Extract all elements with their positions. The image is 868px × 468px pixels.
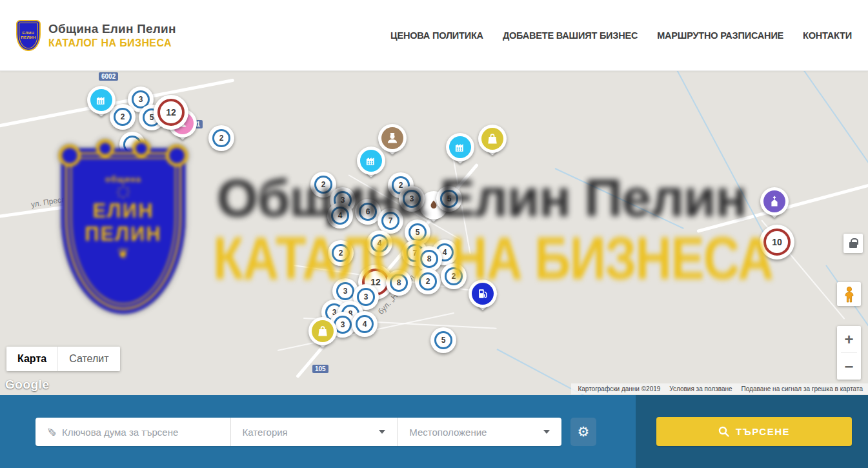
- google-logo[interactable]: Google: [5, 378, 49, 392]
- search-button[interactable]: ТЪРСЕНЕ: [656, 417, 852, 446]
- factory-icon: [90, 89, 112, 111]
- bag-icon: [481, 128, 503, 150]
- map-cluster-marker[interactable]: 4: [367, 230, 392, 256]
- map-pin-bag[interactable]: [308, 317, 337, 345]
- map-cluster-marker[interactable]: 8: [386, 270, 412, 296]
- map-pin-factory[interactable]: [87, 86, 116, 114]
- gear-icon: ⚙: [578, 424, 590, 440]
- map-cluster-marker[interactable]: 6: [355, 199, 381, 225]
- lock-icon: [849, 242, 857, 248]
- map-cluster-marker[interactable]: 12: [154, 95, 188, 130]
- bag-icon: [312, 320, 334, 342]
- map-pin-fuel[interactable]: [469, 280, 497, 308]
- map-cluster-marker[interactable]: 4: [352, 311, 378, 337]
- map-type-control: Карта Сателит: [6, 347, 120, 371]
- water-line: [800, 71, 868, 171]
- map-cluster-marker[interactable]: 4: [327, 203, 353, 229]
- chevron-down-icon: [543, 430, 550, 434]
- zoom-in-button[interactable]: +: [837, 326, 861, 352]
- site-title: Община Елин Пелин: [48, 22, 176, 36]
- road-line: [0, 192, 163, 219]
- watermark-title: Община Елин Пелин: [217, 168, 747, 229]
- attribution-link[interactable]: Подаване на сигнал за грешка в картата: [742, 385, 863, 392]
- map-cluster-marker[interactable]: 2: [328, 240, 354, 266]
- streetview-lock-button[interactable]: [843, 234, 863, 253]
- zoom-control: + −: [837, 326, 861, 380]
- map-type-map-button[interactable]: Карта: [6, 347, 57, 371]
- map-cluster-marker[interactable]: 2: [415, 269, 441, 294]
- worker-icon: [381, 127, 403, 149]
- factory-icon: [360, 150, 382, 172]
- search-section: ✎ Категория Местоположение ⚙ ТЪРСЕНЕ: [0, 395, 868, 468]
- site-logo[interactable]: ЕЛИН ПЕЛИН Община Елин Пелин КАТАЛОГ НА …: [0, 20, 176, 51]
- map-cluster-marker[interactable]: 2: [441, 263, 467, 289]
- zoom-out-button[interactable]: −: [837, 353, 861, 380]
- map-cluster-marker[interactable]: 8: [416, 246, 442, 272]
- road-number-badge: 105: [312, 365, 328, 373]
- nav-item[interactable]: КОНТАКТИ: [803, 30, 852, 41]
- category-select[interactable]: Категория: [231, 418, 398, 446]
- site-subtitle: КАТАЛОГ НА БИЗНЕСА: [48, 37, 176, 49]
- factory-icon: [449, 136, 471, 158]
- municipality-crest-icon: ЕЛИН ПЕЛИН: [16, 20, 41, 51]
- water-line: [674, 71, 766, 236]
- attribution-link[interactable]: Условия за ползване: [669, 385, 732, 392]
- map-cluster-marker[interactable]: 5: [430, 327, 456, 353]
- water-line: [555, 168, 684, 229]
- search-group: ✎ Категория Местоположение: [35, 418, 561, 446]
- map-canvas[interactable]: 3251222233564754274812822333834510 60028…: [0, 71, 868, 395]
- church-icon: [763, 190, 785, 212]
- map-cluster-marker[interactable]: 3: [399, 186, 425, 212]
- map-pin-bag[interactable]: [478, 125, 507, 153]
- nav-item[interactable]: ДОБАВЕТЕ ВАШИЯТ БИЗНЕС: [503, 30, 638, 41]
- map-cluster-marker[interactable]: [119, 132, 145, 158]
- search-icon: [718, 426, 729, 437]
- map-pin-church[interactable]: [760, 187, 789, 216]
- advanced-search-button[interactable]: ⚙: [570, 418, 596, 446]
- chevron-down-icon: [379, 430, 385, 434]
- main-nav: ЦЕНОВА ПОЛИТИКАДОБАВЕТЕ ВАШИЯТ БИЗНЕСМАР…: [390, 30, 868, 41]
- header: ЕЛИН ПЕЛИН Община Елин Пелин КАТАЛОГ НА …: [0, 0, 868, 71]
- attribution-text: Картографски данни ©2019: [578, 385, 660, 392]
- map-pin-factory[interactable]: [357, 147, 385, 175]
- keyword-search-input[interactable]: [62, 427, 210, 438]
- location-select[interactable]: Местоположение: [398, 418, 561, 446]
- map-cluster-marker[interactable]: 10: [760, 225, 794, 259]
- map-pin-factory[interactable]: [446, 133, 474, 161]
- pegman-button[interactable]: [837, 282, 861, 306]
- map-cluster-marker[interactable]: 2: [208, 125, 234, 151]
- pegman-icon: [842, 286, 857, 303]
- watermark-crest: община ҉ ЕЛИН ПЕЛИН ❦: [55, 139, 192, 318]
- map-type-satellite-button[interactable]: Сателит: [57, 347, 119, 371]
- road-number-badge: 6002: [99, 72, 118, 81]
- map-cluster-marker[interactable]: 7: [378, 208, 403, 234]
- nav-item[interactable]: МАРШРУТНО РАЗПИСАНИЕ: [657, 30, 783, 41]
- map-cluster-marker[interactable]: 5: [436, 186, 462, 212]
- pencil-icon: ✎: [44, 427, 58, 436]
- fuel-icon: [472, 283, 494, 305]
- map-attribution: Картографски данни ©2019Условия за ползв…: [571, 383, 868, 394]
- nav-item[interactable]: ЦЕНОВА ПОЛИТИКА: [390, 30, 483, 41]
